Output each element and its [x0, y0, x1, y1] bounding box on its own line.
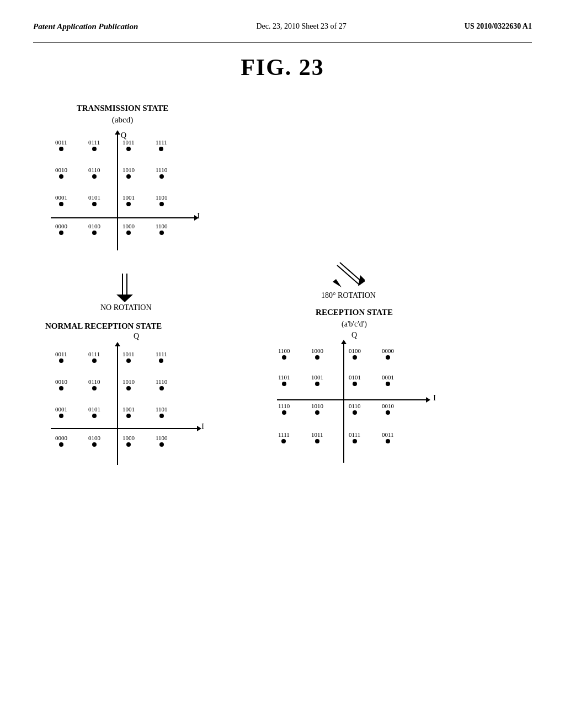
point-1111-tx: 1111 [156, 139, 167, 151]
point-0111-nr: 0111 [88, 351, 100, 363]
point-0110-nr: 0110 [88, 378, 100, 390]
point-0101-rx: 0101 [349, 374, 361, 386]
rotation-arrow-icon [332, 260, 365, 290]
point-0010-tx: 0010 [55, 167, 67, 179]
point-0011-rx: 0011 [382, 431, 394, 443]
normal-reception-label: NORMAL RECEPTION STATE [45, 320, 205, 332]
point-1000-nr: 1000 [122, 435, 135, 447]
i-axis-transmission [51, 217, 194, 218]
normal-reception-constellation: I 0011 0111 1011 1111 0010 0110 1010 111… [45, 341, 205, 473]
point-0111-tx: 0111 [88, 139, 100, 151]
transmission-label: TRANSMISSION STATE (abcd) [45, 103, 200, 126]
point-0101-tx: 0101 [88, 194, 100, 206]
header: Patent Application Publication Dec. 23, … [33, 22, 532, 31]
point-0000-rx: 0000 [382, 347, 394, 360]
reception-rotated-block: RECEPTION STATE (a'b'c'd') Q I 1100 [271, 307, 437, 472]
patent-number: US 2010/0322630 A1 [465, 22, 532, 31]
i-axis-rx [277, 399, 426, 400]
point-1110-rx: 1110 [278, 403, 290, 415]
point-0111-rx: 0111 [349, 431, 360, 443]
point-1100-nr: 1100 [156, 435, 168, 447]
no-rotation-block: NO ROTATION [100, 274, 152, 312]
svg-marker-4 [358, 275, 365, 286]
point-1010-nr: 1010 [122, 378, 135, 390]
sheet-info: Dec. 23, 2010 Sheet 23 of 27 [256, 22, 346, 31]
no-rotation-label: NO ROTATION [100, 303, 152, 312]
point-1110-tx: 1110 [156, 167, 167, 179]
point-0100-tx: 0100 [88, 223, 100, 235]
point-0000-nr: 0000 [55, 435, 67, 447]
point-0010-nr: 0010 [55, 378, 67, 390]
point-1011-nr: 1011 [122, 351, 135, 363]
point-0000-tx: 0000 [55, 223, 67, 235]
point-1010-rx: 1010 [311, 403, 323, 415]
point-0100-nr: 0100 [88, 435, 100, 447]
point-1011-rx: 1011 [311, 431, 323, 443]
svg-line-0 [337, 265, 359, 285]
svg-line-3 [340, 263, 362, 282]
header-divider [33, 42, 532, 43]
point-1010-tx: 1010 [122, 167, 135, 179]
point-1100-tx: 1100 [156, 223, 168, 235]
page: Patent Application Publication Dec. 23, … [0, 0, 565, 728]
point-0001-rx: 0001 [382, 374, 394, 386]
reception-rotated-label: RECEPTION STATE (a'b'c'd') [271, 307, 437, 330]
point-0001-nr: 0001 [55, 406, 67, 418]
point-1111-rx: 1111 [278, 431, 290, 443]
point-1011-tx: 1011 [122, 139, 135, 151]
point-0101-nr: 0101 [88, 406, 100, 418]
point-1100-rx: 1100 [278, 347, 290, 360]
q-axis-arrow [115, 130, 120, 135]
q-axis-transmission [117, 135, 118, 250]
down-arrow-icon [118, 274, 134, 301]
point-0011-nr: 0011 [55, 351, 67, 363]
point-1101-nr: 1101 [156, 406, 168, 418]
svg-marker-1 [333, 279, 342, 287]
point-0011-tx: 0011 [55, 139, 67, 151]
point-1001-rx: 1001 [311, 374, 323, 386]
point-0100-rx: 0100 [349, 347, 361, 360]
point-0001-tx: 0001 [55, 194, 67, 206]
point-1111-nr: 1111 [156, 351, 167, 363]
normal-q-label: Q [67, 332, 205, 341]
point-1001-tx: 1001 [122, 194, 135, 206]
point-1000-tx: 1000 [122, 223, 135, 235]
point-1000-rx: 1000 [311, 347, 323, 360]
rotation-180-block: 180° ROTATION [321, 260, 376, 300]
transmission-state-block: TRANSMISSION STATE (abcd) Q I [45, 103, 200, 256]
i-label-normal: I [201, 422, 204, 431]
q-axis-rx [343, 344, 344, 463]
transmission-constellation: Q I 0011 0111 [45, 129, 200, 256]
i-label-rx: I [433, 394, 436, 403]
point-0010-rx: 0010 [382, 403, 394, 415]
reception-q-label: Q [271, 331, 437, 340]
reception-rotated-constellation: I 1100 1000 0100 0000 1101 1001 0101 000… [271, 340, 437, 472]
publication-label: Patent Application Publication [33, 22, 138, 31]
point-1101-tx: 1101 [156, 194, 168, 206]
q-axis-normal [117, 346, 118, 465]
i-label: I [197, 212, 200, 221]
point-0110-rx: 0110 [349, 403, 361, 415]
i-axis-normal [51, 428, 197, 429]
normal-reception-block: NORMAL RECEPTION STATE Q I 0011 0111 10 [34, 320, 205, 473]
point-0110-tx: 0110 [88, 167, 100, 179]
rotation-180-label: 180° ROTATION [321, 291, 376, 300]
point-1001-nr: 1001 [122, 406, 135, 418]
point-1101-rx: 1101 [278, 374, 290, 386]
figure-title: FIG. 23 [33, 54, 532, 81]
point-1110-nr: 1110 [156, 378, 167, 390]
